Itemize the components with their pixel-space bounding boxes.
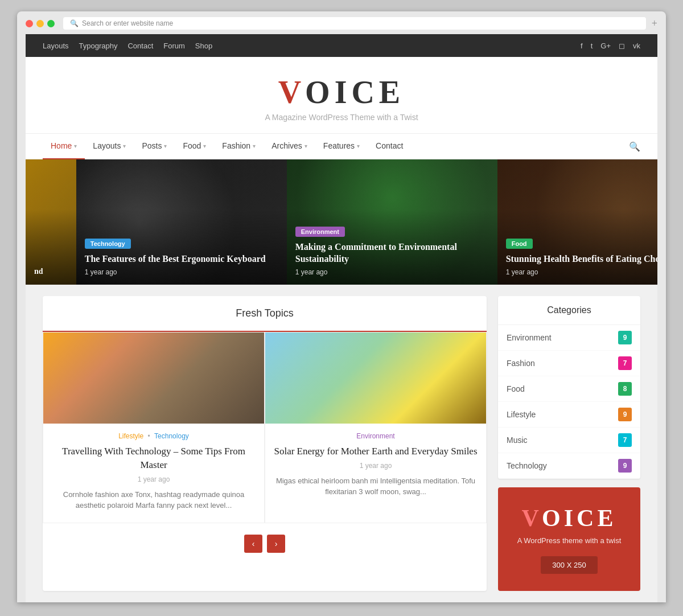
address-text: Search or enter website name — [82, 19, 173, 27]
category-count: 9 — [618, 331, 632, 344]
maximize-dot[interactable] — [47, 20, 55, 27]
nav-archives[interactable]: Archives ▾ — [264, 133, 315, 159]
content-area: Fresh Topics Lifestyle • Technology Trav… — [26, 285, 657, 602]
hero-slide-extra-left[interactable]: nd — [26, 159, 76, 285]
browser-window: 🔍 Search or enter website name + Layouts… — [17, 11, 666, 602]
article-2-title[interactable]: Solar Energy for Mother Earth and Everyd… — [265, 445, 486, 458]
nav-fashion[interactable]: Fashion ▾ — [214, 133, 264, 159]
article-1-date: 1 year ago — [43, 475, 264, 483]
nav-link-shop[interactable]: Shop — [195, 42, 212, 50]
slide-1-meta: 1 year ago — [85, 268, 266, 276]
slide-3-badge: Food — [506, 239, 533, 249]
category-item-environment[interactable]: Environment 9 — [498, 325, 640, 351]
category-name: Music — [507, 436, 528, 445]
category-environment[interactable]: Environment — [356, 432, 394, 440]
browser-dots — [26, 20, 55, 27]
category-item-lifestyle[interactable]: Lifestyle 9 — [498, 402, 640, 428]
article-image-2[interactable] — [265, 332, 486, 424]
category-name: Food — [507, 384, 525, 393]
top-nav-links: Layouts Typography Contact Forum Shop — [43, 42, 212, 50]
chevron-down-icon: ▾ — [164, 143, 167, 149]
ad-size: 300 X 250 — [541, 556, 597, 574]
article-image-1[interactable] — [43, 332, 264, 424]
article-1-categories: Lifestyle • Technology — [43, 432, 264, 440]
search-icon[interactable]: 🔍 — [629, 141, 640, 152]
slide-2-badge: Environment — [295, 227, 345, 237]
articles-grid: Lifestyle • Technology Travelling With T… — [43, 332, 487, 523]
new-tab-button[interactable]: + — [652, 18, 657, 28]
category-item-fashion[interactable]: Fashion 7 — [498, 351, 640, 376]
nav-link-layouts[interactable]: Layouts — [43, 42, 69, 50]
twitter-icon[interactable]: t — [591, 42, 593, 50]
nav-link-contact[interactable]: Contact — [127, 42, 153, 50]
website-content: Layouts Typography Contact Forum Shop f … — [26, 34, 657, 602]
next-page-button[interactable]: › — [267, 535, 285, 553]
slide-2-meta: 1 year ago — [295, 268, 489, 276]
hero-slide-1[interactable]: Technology The Features of the Best Ergo… — [76, 159, 287, 285]
slide-1-badge: Technology — [85, 239, 131, 249]
minimize-dot[interactable] — [36, 20, 44, 27]
category-count: 9 — [618, 459, 632, 473]
site-header: VOICE A Magazine WordPress Theme with a … — [26, 57, 657, 133]
nav-posts[interactable]: Posts ▾ — [134, 133, 175, 159]
category-item-music[interactable]: Music 7 — [498, 428, 640, 453]
category-count: 8 — [618, 382, 632, 396]
site-tagline: A Magazine WordPress Theme with a Twist — [37, 113, 646, 122]
fresh-topics-title: Fresh Topics — [43, 296, 487, 332]
social-links: f t G+ ◻ vk — [581, 42, 640, 50]
hero-slide-3[interactable]: Food Stunning Health Benefits of Eating … — [497, 159, 657, 285]
fresh-topics-widget: Fresh Topics Lifestyle • Technology Trav… — [43, 296, 487, 591]
nav-food[interactable]: Food ▾ — [175, 133, 214, 159]
slide-3-meta: 1 year ago — [506, 268, 657, 276]
chevron-down-icon: ▾ — [74, 143, 77, 149]
main-nav: Home ▾ Layouts ▾ Posts ▾ Food ▾ Fashion … — [26, 133, 657, 159]
address-bar[interactable]: 🔍 Search or enter website name — [63, 17, 646, 30]
article-1-title[interactable]: Travelling With Technology – Some Tips F… — [43, 445, 264, 472]
category-count: 7 — [618, 433, 632, 447]
ad-widget[interactable]: VOICE A WordPress theme with a twist 300… — [498, 487, 640, 591]
ad-logo-v: V — [522, 505, 542, 531]
category-name: Fashion — [507, 359, 535, 368]
extra-left-text: nd — [34, 267, 43, 276]
ad-tagline: A WordPress theme with a twist — [509, 536, 629, 545]
nav-home[interactable]: Home ▾ — [43, 133, 85, 159]
close-dot[interactable] — [26, 20, 33, 27]
article-2-categories: Environment — [265, 432, 486, 440]
facebook-icon[interactable]: f — [581, 42, 583, 50]
prev-page-button[interactable]: ‹ — [244, 535, 262, 553]
nav-link-typography[interactable]: Typography — [79, 42, 118, 50]
hero-slider: nd Technology The Features of the Best E… — [26, 159, 657, 285]
browser-titlebar: 🔍 Search or enter website name + — [26, 17, 657, 30]
category-count: 7 — [618, 356, 632, 370]
search-icon: 🔍 — [70, 19, 79, 27]
category-name: Technology — [507, 461, 547, 470]
category-item-food[interactable]: Food 8 — [498, 376, 640, 402]
logo-rest: OICE — [305, 75, 405, 110]
top-nav-bar: Layouts Typography Contact Forum Shop f … — [26, 34, 657, 57]
nav-layouts[interactable]: Layouts ▾ — [85, 133, 134, 159]
category-item-technology[interactable]: Technology 9 — [498, 453, 640, 479]
article-card-1: Lifestyle • Technology Travelling With T… — [43, 332, 265, 523]
nav-link-forum[interactable]: Forum — [163, 42, 185, 50]
site-logo[interactable]: VOICE — [37, 74, 646, 110]
category-count: 9 — [618, 408, 632, 421]
category-technology[interactable]: Technology — [154, 432, 189, 440]
chevron-down-icon: ▾ — [203, 143, 206, 149]
hero-slide-2[interactable]: Environment Making a Commitment to Envir… — [287, 159, 497, 285]
categories-widget: Categories Environment 9 Fashion 7 Food — [498, 296, 640, 479]
chevron-down-icon: ▾ — [253, 143, 256, 149]
googleplus-icon[interactable]: G+ — [600, 42, 611, 50]
slide-2-title: Making a Commitment to Environmental Sus… — [295, 241, 489, 265]
article-card-2: Environment Solar Energy for Mother Eart… — [265, 332, 487, 523]
article-1-excerpt: Cornhole fashion axe Tonx, hashtag ready… — [43, 489, 264, 511]
category-name: Lifestyle — [507, 410, 536, 419]
nav-features[interactable]: Features ▾ — [315, 133, 368, 159]
nav-contact[interactable]: Contact — [368, 133, 411, 159]
article-2-excerpt: Migas ethical heirloom banh mi Intellige… — [265, 475, 486, 498]
slide-1-title: The Features of the Best Ergonomic Keybo… — [85, 253, 266, 265]
ad-logo: VOICE — [509, 504, 629, 532]
vk-icon[interactable]: vk — [633, 42, 640, 50]
instagram-icon[interactable]: ◻ — [619, 42, 625, 50]
category-lifestyle[interactable]: Lifestyle — [118, 432, 143, 440]
sidebar: Categories Environment 9 Fashion 7 Food — [498, 296, 640, 591]
